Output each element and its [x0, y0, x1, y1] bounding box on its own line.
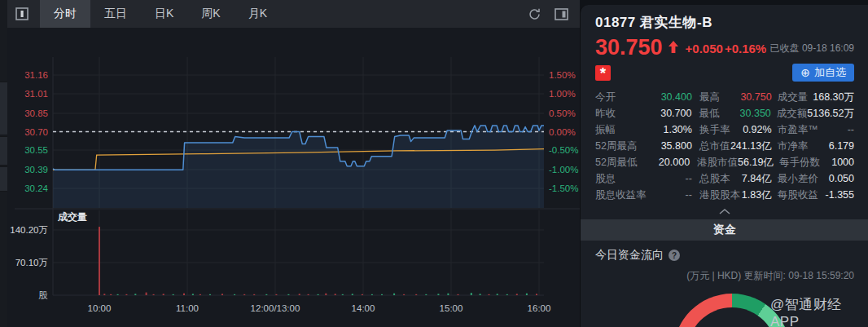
stat-今开: 今开30.400 — [595, 91, 692, 104]
stat-label: 股息 — [595, 172, 616, 186]
time-axis-label: 12:00/13:00 — [251, 303, 300, 313]
stat-row: 今开30.400最高30.750成交量168.30万 — [595, 89, 854, 105]
left-edge-segment — [0, 136, 7, 166]
stat-value: 1.83亿 — [742, 188, 772, 202]
stat-value: -- — [686, 189, 692, 201]
stat-value: 0.050 — [829, 173, 854, 184]
stat-row: 股息收益率--港股股本1.83亿每股收益-1.355 — [595, 187, 854, 203]
chart-toolbar: 分时五日日K周K月K — [7, 0, 580, 28]
time-axis-label: 15:00 — [440, 303, 463, 313]
stock-quote-app: 分时五日日K周K月K 31.1631.0130.8530.7030.5530.3… — [0, 0, 868, 327]
chart-panel: 分时五日日K周K月K 31.1631.0130.8530.7030.5530.3… — [7, 0, 580, 327]
stat-成交额: 成交额5136.52万 — [777, 107, 854, 121]
stat-label: 换手率 — [699, 123, 730, 137]
stat-value: 30.700 — [660, 108, 691, 119]
time-axis-label: 14:00 — [352, 303, 375, 313]
stat-港股股本: 港股股本1.83亿 — [699, 188, 772, 202]
stat-52周最低: 52周最低20.000 — [595, 156, 690, 170]
stat-label: 总市值 — [699, 139, 730, 153]
price-axis-label: 30.24 — [24, 183, 48, 193]
pct-axis-label: 0.00% — [549, 127, 576, 137]
stat-振幅: 振幅1.30% — [595, 123, 692, 137]
stat-value: 241.13亿 — [730, 139, 772, 153]
stat-总市值: 总市值241.13亿 — [699, 139, 772, 153]
chart-period-tabs: 分时五日日K周K月K — [40, 0, 281, 28]
price-axis-label: 31.01 — [24, 89, 48, 99]
volume-axis-label: 70.10万 — [15, 258, 48, 267]
stat-value: 30.750 — [740, 91, 771, 103]
stat-label: 市净率 — [778, 139, 809, 153]
hk-flag-icon: * — [595, 65, 611, 81]
pct-axis-label: 1.00% — [549, 89, 576, 99]
stat-港股市值: 港股市值56.19亿 — [697, 156, 774, 170]
stat-成交量: 成交量168.30万 — [778, 91, 854, 104]
left-edge-segment — [0, 166, 7, 192]
info-icon[interactable]: ? — [669, 250, 680, 261]
stat-label: 市盈率™ — [778, 123, 818, 137]
panel-toggle-icon[interactable] — [555, 8, 568, 20]
funds-section-header[interactable]: 资金 — [581, 219, 868, 241]
stat-value: 30.400 — [661, 91, 692, 103]
tab-五日[interactable]: 五日 — [90, 0, 141, 28]
stat-换手率: 换手率0.92% — [699, 123, 772, 137]
stat-最高: 最高30.750 — [699, 91, 772, 104]
refresh-icon[interactable] — [528, 7, 541, 21]
price-axis-label: 30.70 — [24, 127, 48, 137]
stat-row: 52周最低20.000港股市值56.19亿每手份数1000 — [595, 154, 854, 170]
market-status: 已收盘 09-18 16:09 — [770, 42, 854, 55]
price-axis-label: 31.16 — [24, 70, 48, 80]
stat-value: 30.350 — [740, 108, 771, 119]
stat-label: 每股收益 — [778, 188, 818, 202]
stock-title: 01877 君实生物-B — [595, 5, 854, 32]
time-axis-label: 10:00 — [88, 303, 112, 313]
circled-plus-icon: ⊕ — [800, 67, 810, 78]
collapse-chevron[interactable] — [595, 205, 854, 218]
pct-axis-label: -1.50% — [549, 183, 578, 193]
stat-每股收益: 每股收益-1.355 — [778, 188, 854, 202]
volume-unit-label: 股 — [39, 290, 49, 300]
add-watchlist-button[interactable]: ⊕ 加自选 — [792, 64, 854, 82]
stat-昨收: 昨收30.700 — [595, 107, 691, 121]
left-edge-segment — [0, 82, 7, 135]
tab-月K[interactable]: 月K — [235, 0, 281, 28]
stat-label: 昨收 — [595, 107, 616, 121]
quote-stats-grid: 今开30.400最高30.750成交量168.30万昨收30.700最低30.3… — [595, 89, 854, 203]
price-change-pct: +0.16% — [725, 42, 766, 55]
stat-label: 振幅 — [595, 123, 616, 137]
stat-value: 1000 — [831, 157, 854, 168]
time-axis-label: 11:00 — [176, 303, 199, 313]
stat-label: 港股股本 — [699, 188, 740, 202]
pct-axis-label: -0.50% — [549, 145, 578, 155]
stat-label: 每手份数 — [779, 156, 820, 170]
stat-股息收益率: 股息收益率-- — [595, 188, 692, 202]
tab-周K[interactable]: 周K — [187, 0, 234, 28]
stat-label: 股息收益率 — [595, 188, 647, 202]
stat-label: 港股市值 — [697, 156, 738, 170]
stat-label: 52周最高 — [595, 139, 637, 153]
stat-每手份数: 每手份数1000 — [779, 156, 854, 170]
tab-日K[interactable]: 日K — [141, 0, 187, 28]
layout-toggle-icon[interactable] — [15, 7, 28, 20]
stat-市盈率™: 市盈率™-- — [778, 123, 854, 137]
stat-label: 成交量 — [778, 91, 809, 104]
stat-value: -- — [848, 124, 854, 135]
stat-row: 52周最高35.800总市值241.13亿市净率6.179 — [595, 138, 854, 154]
pct-axis-label: 1.50% — [549, 70, 576, 80]
stat-value: -- — [686, 173, 692, 184]
stat-value: 35.800 — [661, 140, 692, 152]
stat-52周最高: 52周最高35.800 — [595, 139, 692, 153]
stat-股息: 股息-- — [595, 172, 692, 186]
intraday-chart[interactable]: 31.1631.0130.8530.7030.5530.3930.241.50%… — [7, 0, 580, 327]
stat-label: 最小差价 — [778, 172, 818, 186]
stat-value: 7.84亿 — [742, 172, 772, 186]
stat-市净率: 市净率6.179 — [778, 139, 854, 153]
stat-label: 总股本 — [699, 172, 730, 186]
fund-flow-title: 今日资金流向 — [595, 248, 664, 263]
fund-flow-update-time: (万元 | HKD) 更新时间: 09-18 15:59:20 — [595, 269, 854, 283]
up-arrow-icon — [668, 41, 679, 56]
stat-最小差价: 最小差价0.050 — [778, 172, 854, 186]
tab-分时[interactable]: 分时 — [40, 0, 90, 28]
stat-label: 成交额 — [777, 107, 808, 121]
left-edge-panel[interactable] — [0, 0, 7, 327]
volume-panel-title: 成交量 — [57, 211, 87, 223]
